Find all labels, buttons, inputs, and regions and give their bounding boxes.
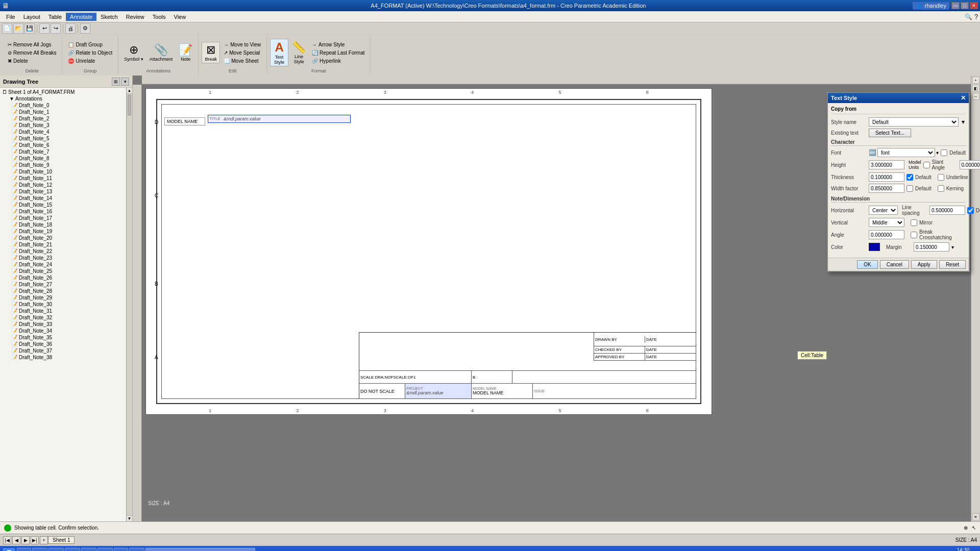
draft-note-item[interactable]: 📝Draft_Note_36	[1, 341, 125, 347]
draft-note-item[interactable]: 📝Draft_Note_14	[1, 195, 125, 202]
cancel-button[interactable]: Cancel	[880, 260, 909, 269]
sheet-add-button[interactable]: +	[40, 536, 48, 544]
active-app-tab[interactable]: A4_FORMAT (Active) W:\Technology\Creo...	[145, 548, 255, 551]
menu-review[interactable]: Review	[122, 13, 149, 21]
draft-note-item[interactable]: 📝Draft_Note_7	[1, 148, 125, 155]
menu-file[interactable]: File	[2, 13, 19, 21]
line-spacing-input[interactable]	[929, 206, 965, 215]
scroll-thumb[interactable]	[128, 95, 131, 115]
reset-button[interactable]: Reset	[939, 260, 966, 269]
draft-note-item[interactable]: 📝Draft_Note_13	[1, 188, 125, 195]
ok-button[interactable]: OK	[857, 260, 877, 269]
unrelate-button[interactable]: ⛔ Unrelate	[65, 57, 115, 65]
height-model-units-checkbox[interactable]	[923, 162, 930, 168]
draft-note-item[interactable]: 📝Draft_Note_12	[1, 182, 125, 188]
sheet-last-button[interactable]: ▶|	[31, 536, 39, 544]
save-btn[interactable]: 💾	[24, 23, 35, 34]
text-style-button[interactable]: A TextStyle	[270, 39, 288, 67]
sheet-first-button[interactable]: |◀	[3, 536, 11, 544]
sheet-nav[interactable]: |◀ ◀ ▶ ▶| +	[3, 536, 48, 544]
draft-note-item[interactable]: 📝Draft_Note_34	[1, 328, 125, 334]
pointer-icon[interactable]: ↖	[972, 525, 976, 531]
search-icon[interactable]: 🔍	[965, 13, 972, 20]
symbol-button[interactable]: ⊕ Symbol ▾	[121, 42, 146, 63]
help-icon[interactable]: ?	[974, 13, 978, 20]
draft-note-item[interactable]: 📝Draft_Note_3	[1, 122, 125, 129]
draft-note-item[interactable]: 📝Draft_Note_16	[1, 208, 125, 215]
draft-note-item[interactable]: 📝Draft_Note_2	[1, 115, 125, 122]
tree-annotations[interactable]: ▼ Annotations	[1, 95, 125, 102]
dialog-title-bar[interactable]: Text Style ✕	[828, 93, 969, 103]
style-name-select[interactable]: Default	[869, 117, 959, 127]
draft-note-item[interactable]: 📝Draft_Note_23	[1, 255, 125, 261]
style-dropdown-icon[interactable]: ▾	[961, 118, 966, 126]
dialog-close-button[interactable]: ✕	[961, 94, 966, 102]
margin-input[interactable]	[914, 242, 949, 252]
scroll-down[interactable]: ▼	[127, 515, 132, 521]
draft-note-item[interactable]: 📝Draft_Note_9	[1, 162, 125, 168]
panel-icon-1[interactable]: ⊞	[112, 78, 120, 86]
sheet-next-button[interactable]: ▶	[21, 536, 30, 544]
draft-note-item[interactable]: 📝Draft_Note_1	[1, 109, 125, 115]
draft-note-item[interactable]: 📝Draft_Note_20	[1, 235, 125, 241]
draft-note-item[interactable]: 📝Draft_Note_27	[1, 281, 125, 288]
menu-layout[interactable]: Layout	[19, 13, 44, 21]
draft-note-item[interactable]: 📝Draft_Note_22	[1, 248, 125, 255]
draft-note-item[interactable]: 📝Draft_Note_19	[1, 228, 125, 235]
start-button[interactable]: ⊞	[2, 547, 16, 551]
menu-table[interactable]: Table	[44, 13, 66, 21]
select-text-button[interactable]: Select Text...	[869, 129, 911, 137]
draft-note-item[interactable]: 📝Draft_Note_35	[1, 334, 125, 341]
taskbar-app-6[interactable]: 📧	[97, 548, 113, 551]
rstrip-btn-3[interactable]: ↔	[972, 93, 979, 100]
font-dropdown-icon[interactable]: ▾	[936, 150, 939, 156]
menu-view[interactable]: View	[170, 13, 190, 21]
note-button[interactable]: 📝 Note	[176, 42, 195, 63]
menu-annotate[interactable]: Annotate	[66, 13, 96, 21]
sheet-prev-button[interactable]: ◀	[12, 536, 20, 544]
draft-note-item[interactable]: 📝Draft_Note_32	[1, 314, 125, 321]
apply-button[interactable]: Apply	[911, 260, 937, 269]
draft-note-item[interactable]: 📝Draft_Note_10	[1, 168, 125, 175]
angle-input[interactable]	[869, 230, 904, 239]
draft-note-item[interactable]: 📝Draft_Note_31	[1, 308, 125, 314]
draft-note-item[interactable]: 📝Draft_Note_17	[1, 215, 125, 221]
draft-group-button[interactable]: 📋 Draft Group	[65, 41, 115, 48]
rstrip-btn-2[interactable]: ◧	[972, 85, 979, 92]
width-default-checkbox[interactable]	[906, 185, 913, 192]
win-controls[interactable]: — □ ✕	[951, 2, 978, 9]
taskbar-app-8[interactable]: 📦	[129, 548, 144, 551]
tree-sheet[interactable]: 🗒 Sheet 1 of A4_FORMAT.FRM	[1, 89, 125, 95]
crosshair-icon[interactable]: ⊕	[964, 525, 968, 531]
draft-note-item[interactable]: 📝Draft_Note_21	[1, 241, 125, 248]
arrow-style-button[interactable]: → Arrow Style	[309, 41, 367, 48]
draft-note-item[interactable]: 📝Draft_Note_24	[1, 261, 125, 268]
remove-all-jogs-button[interactable]: ✂ Remove All Jogs	[5, 41, 59, 48]
rstrip-btn-4[interactable]: ✕	[972, 513, 979, 520]
delete-button[interactable]: ✖ Delete	[5, 57, 59, 65]
vertical-select[interactable]: Middle	[869, 218, 904, 227]
thickness-default-checkbox[interactable]	[906, 174, 913, 181]
panel-controls[interactable]: ⊞ ▾	[112, 78, 129, 86]
menu-tools[interactable]: Tools	[149, 13, 170, 21]
font-default-checkbox[interactable]	[941, 149, 947, 156]
draft-note-item[interactable]: 📝Draft_Note_0	[1, 102, 125, 109]
draft-note-item[interactable]: 📝Draft_Note_11	[1, 175, 125, 182]
taskbar-app-4[interactable]: 🌐	[65, 548, 80, 551]
mirror-checkbox[interactable]	[911, 219, 917, 226]
taskbar-app-2[interactable]: 📁	[32, 548, 47, 551]
draft-note-item[interactable]: 📝Draft_Note_4	[1, 129, 125, 135]
width-factor-input[interactable]	[869, 184, 904, 193]
attachment-button[interactable]: 📎 Attachment	[147, 42, 176, 63]
panel-scrollbar[interactable]: ▲ ▼	[126, 88, 132, 521]
underline-checkbox[interactable]	[938, 174, 944, 181]
redo-btn[interactable]: ↪	[51, 23, 61, 34]
break-button[interactable]: ⊠ Break	[202, 42, 220, 63]
repeat-last-format-button[interactable]: 🔄 Repeat Last Format	[309, 49, 367, 57]
draft-note-item[interactable]: 📝Draft_Note_30	[1, 301, 125, 308]
new-btn[interactable]: 📄	[2, 23, 12, 34]
open-btn[interactable]: 📂	[13, 23, 23, 34]
taskbar-app-5[interactable]: 📊	[81, 548, 96, 551]
draft-note-item[interactable]: 📝Draft_Note_28	[1, 288, 125, 294]
move-to-sheet-button[interactable]: 📃 Move Sheet	[221, 57, 263, 65]
